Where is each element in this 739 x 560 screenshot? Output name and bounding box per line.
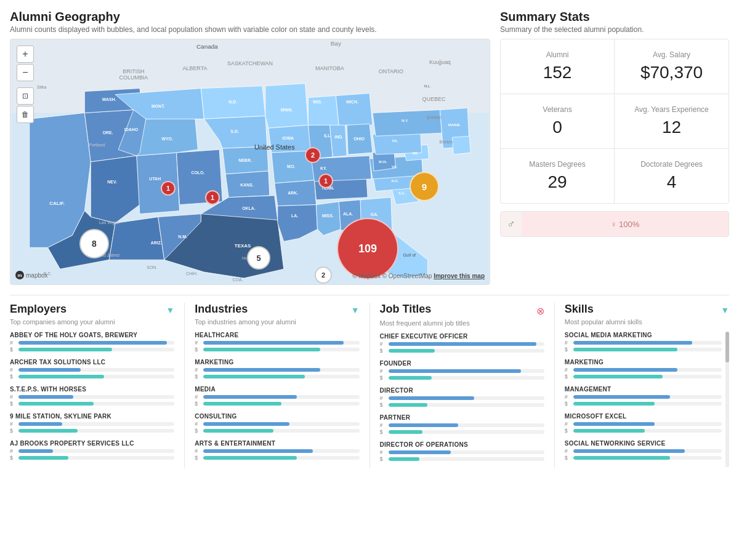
zoom-in-button[interactable]: +: [17, 46, 34, 63]
svg-text:SASKATCHEWAN: SASKATCHEWAN: [227, 60, 273, 66]
stat-salary-value: $70,370: [627, 63, 716, 82]
map-attribution: © Mapbox © OpenStreetMap Improve this ma…: [352, 273, 485, 279]
svg-text:COA.: COA.: [233, 278, 243, 282]
svg-text:MISS.: MISS.: [322, 214, 334, 218]
svg-text:ONTARIO: ONTARIO: [379, 68, 403, 74]
stat-doctorate: Doctorate Degrees 4: [615, 149, 729, 203]
svg-text:Quebec: Quebec: [426, 115, 442, 120]
employers-column: Employers ▼ Top companies among your alu…: [10, 303, 185, 468]
svg-text:Bay: Bay: [331, 40, 341, 47]
svg-text:ILL.: ILL.: [324, 134, 331, 138]
svg-text:WYO.: WYO.: [161, 137, 173, 141]
mapbox-label: mapbox: [26, 272, 48, 279]
svg-text:LA.: LA.: [291, 214, 298, 218]
industries-title-text: Industries: [195, 303, 248, 316]
svg-text:NEBR.: NEBR.: [238, 158, 252, 162]
svg-text:Canada: Canada: [196, 43, 218, 50]
svg-text:ALA.: ALA.: [343, 212, 353, 216]
employer-item-3: S.T.E.P.S. WITH HORSES # $: [10, 386, 174, 407]
trash-button[interactable]: 🗑: [17, 106, 34, 123]
svg-text:United States: United States: [254, 143, 295, 151]
svg-text:N.D.: N.D.: [228, 100, 237, 104]
job-titles-title-text: Job Titles: [380, 303, 432, 316]
gender-male: ♂: [501, 212, 522, 236]
svg-text:Portland: Portland: [89, 143, 105, 147]
industries-list: HEALTHCARE # $ MARKETING # $ MEDIA # $ C…: [195, 332, 359, 467]
stat-masters-label: Masters Degrees: [513, 160, 602, 169]
map-bubble-9: 9: [410, 172, 439, 201]
stat-exp-label: Avg. Years Experience: [627, 105, 716, 114]
stats-grid: Alumni 152 Avg. Salary $70,370 Veterans …: [500, 39, 729, 204]
skills-subtitle: Most popular alumni skills: [565, 318, 729, 326]
zoom-out-button[interactable]: −: [17, 64, 34, 81]
skills-title-text: Skills: [565, 303, 594, 316]
male-symbol: ♂: [507, 218, 515, 231]
svg-text:GA.: GA.: [371, 212, 378, 217]
gender-bar: ♂ ♀ 100%: [500, 211, 729, 237]
map-title: Alumni Geography: [10, 10, 490, 24]
svg-text:CHIH.: CHIH.: [186, 271, 198, 276]
employers-subtitle: Top companies among your alumni: [10, 318, 174, 326]
svg-text:CALIF.: CALIF.: [49, 201, 65, 206]
skills-filter-icon[interactable]: ▼: [721, 305, 729, 315]
svg-text:ORE.: ORE.: [103, 130, 113, 135]
stat-veterans-value: 0: [513, 118, 602, 137]
industry-item-3: MEDIA # $: [195, 386, 359, 407]
job-title-item-2: FOUNDER # $: [380, 360, 544, 381]
stat-salary-label: Avg. Salary: [627, 50, 716, 59]
svg-text:SON.: SON.: [147, 265, 157, 270]
svg-text:ALBERTA: ALBERTA: [182, 65, 207, 71]
industry-item-5: ARTS & ENTERTAINMENT # $: [195, 440, 359, 461]
svg-text:BRITISH: BRITISH: [123, 68, 144, 74]
employer-item-1: ABBEY OF THE HOLY GOATS, BREWERY # $: [10, 332, 174, 353]
stat-doctorate-value: 4: [627, 172, 716, 192]
skill-item-1: SOCIAL MEDIA MARKETING # $: [565, 332, 729, 353]
stat-alumni: Alumni 152: [501, 39, 615, 94]
svg-text:IND.: IND.: [334, 135, 343, 139]
job-title-item-4: PARTNER # $: [380, 414, 544, 435]
industries-filter-icon[interactable]: ▼: [351, 305, 360, 315]
industries-header: Industries ▼: [195, 303, 359, 316]
stat-veterans-label: Veterans: [513, 105, 602, 114]
job-title-item-1: CHIEF EXECUTIVE OFFICER # $: [380, 333, 544, 354]
svg-text:UTAH: UTAH: [149, 177, 161, 181]
map-bubble-2a: 2: [305, 147, 321, 163]
top-row: Alumni Geography Alumni counts displayed…: [10, 10, 729, 285]
job-titles-filter-clear-icon[interactable]: ⊗: [536, 305, 544, 317]
female-symbol: ♀: [611, 220, 617, 229]
map-controls: + − ⊡ 🗑: [17, 46, 34, 123]
job-titles-column: Job Titles ⊗ Most frequent alumni job ti…: [380, 303, 555, 468]
stat-veterans: Veterans 0: [501, 94, 615, 149]
employer-item-4: 9 MILE STATION, SKYLINE PARK # $: [10, 413, 174, 434]
svg-text:VA.: VA.: [392, 165, 398, 169]
svg-text:W.VA.: W.VA.: [379, 161, 387, 164]
employers-header: Employers ▼: [10, 303, 174, 316]
job-titles-header: Job Titles ⊗: [380, 303, 544, 317]
stat-doctorate-label: Doctorate Degrees: [627, 160, 716, 169]
map-bubble-8: 8: [79, 229, 109, 258]
job-title-item-5: DIRECTOR OF OPERATIONS # $: [380, 441, 544, 462]
stat-avg-salary: Avg. Salary $70,370: [615, 39, 729, 94]
employer-item-5: AJ BROOKS PROPERTY SERVICES LLC # $: [10, 440, 174, 461]
svg-text:MO.: MO.: [287, 164, 295, 169]
map-bubble-2b: 2: [315, 266, 332, 284]
svg-text:Gulf of: Gulf of: [403, 253, 416, 257]
employers-list: ABBEY OF THE HOLY GOATS, BREWERY # $ ARC…: [10, 332, 174, 467]
improve-map-link[interactable]: Improve this map: [434, 273, 485, 279]
crop-button[interactable]: ⊡: [17, 87, 34, 105]
mapbox-logo-icon: m: [15, 271, 24, 279]
job-titles-subtitle: Most frequent alumni job titles: [380, 319, 544, 327]
gender-female: ♀ 100%: [522, 212, 729, 236]
map-bubble-1c: 1: [318, 174, 333, 188]
svg-text:KY.: KY.: [320, 166, 327, 170]
industries-subtitle: Top industries among your alumni: [195, 318, 359, 326]
svg-text:PA.: PA.: [392, 139, 398, 143]
map-subtitle: Alumni counts displayed with bubbles, an…: [10, 25, 490, 34]
main-container: Alumni Geography Alumni counts displayed…: [0, 0, 739, 478]
skills-column: Skills ▼ Most popular alumni skills SOCI…: [565, 303, 729, 468]
svg-text:IDAHO: IDAHO: [124, 127, 139, 132]
stat-masters-value: 29: [513, 172, 602, 192]
svg-text:KANS.: KANS.: [240, 183, 254, 187]
employers-filter-icon[interactable]: ▼: [166, 305, 174, 315]
stats-section: Summary Stats Summary of the selected al…: [500, 10, 729, 285]
